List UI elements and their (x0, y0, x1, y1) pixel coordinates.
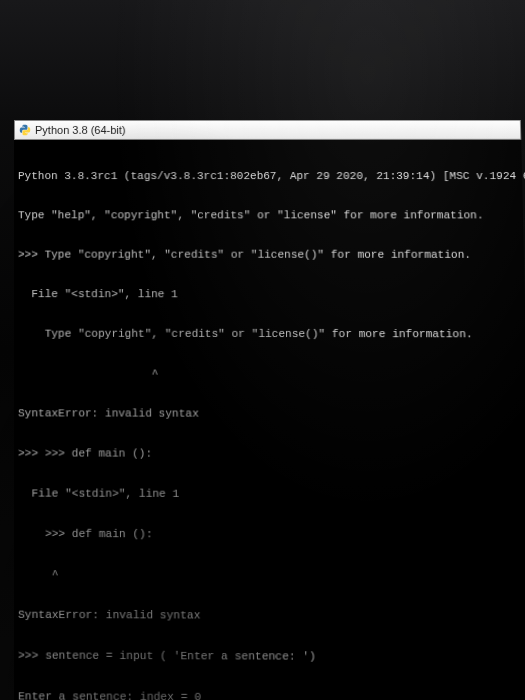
console-line: Type "help", "copyright", "credits" or "… (18, 209, 519, 222)
console-line: >>> def main (): (18, 528, 525, 543)
photo-frame: Python 3.8 (64-bit) Python 3.8.3rc1 (tag… (0, 0, 525, 700)
console-line: File "<stdin>", line 1 (18, 487, 525, 502)
console-output[interactable]: Python 3.8.3rc1 (tags/v3.8.3rc1:802eb67,… (14, 140, 525, 700)
console-line: ^ (18, 568, 525, 583)
console-line: SyntaxError: invalid syntax (18, 407, 523, 421)
console-line: >>> Type "copyright", "credits" or "lice… (18, 249, 520, 262)
console-line: File "<stdin>", line 1 (18, 288, 521, 302)
window-titlebar[interactable]: Python 3.8 (64-bit) (14, 120, 521, 140)
console-line: ^ (18, 367, 523, 381)
console-line: SyntaxError: invalid syntax (18, 609, 525, 624)
console-line: Enter a sentence: index = 0 (18, 690, 525, 700)
screen-content: Python 3.8 (64-bit) Python 3.8.3rc1 (tag… (14, 120, 525, 700)
console-line: Type "copyright", "credits" or "license(… (18, 328, 522, 342)
console-line: >>> >>> def main (): (18, 447, 524, 461)
python-icon (19, 124, 31, 136)
monitor-bezel (0, 0, 525, 120)
console-line: >>> sentence = input ( 'Enter a sentence… (18, 649, 525, 664)
window-title: Python 3.8 (64-bit) (35, 124, 126, 136)
console-line: Python 3.8.3rc1 (tags/v3.8.3rc1:802eb67,… (18, 170, 518, 183)
